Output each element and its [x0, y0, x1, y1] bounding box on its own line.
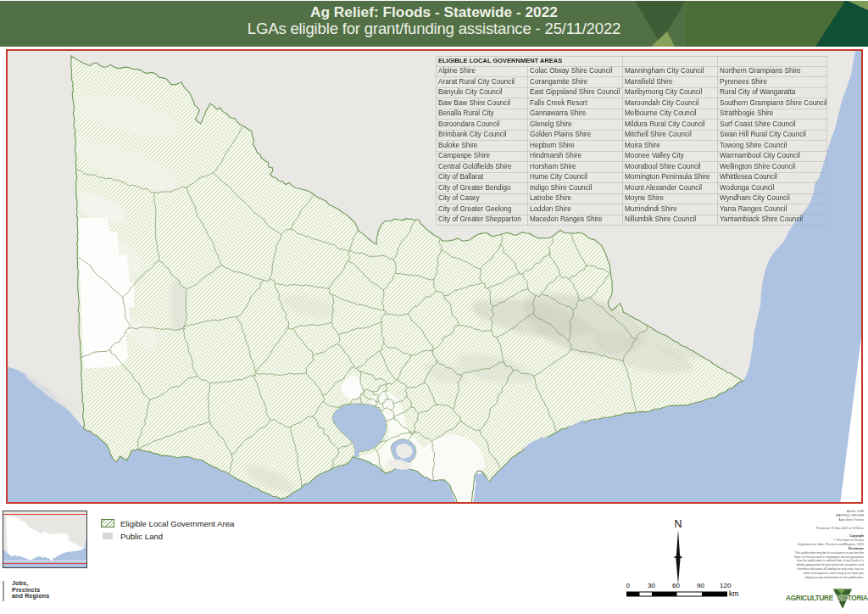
svg-text:AGRICULTURE: AGRICULTURE — [786, 594, 834, 602]
svg-text:VICTORIA: VICTORIA — [837, 594, 868, 602]
svg-text:N: N — [674, 518, 682, 530]
